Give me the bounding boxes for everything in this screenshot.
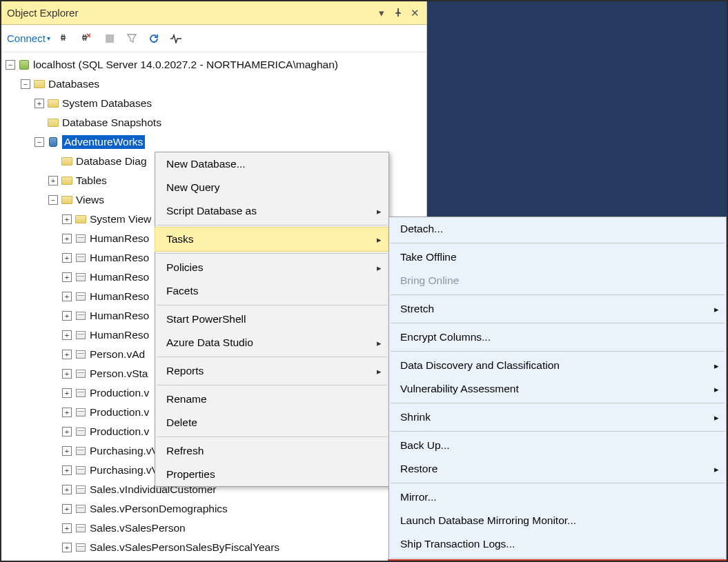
ctx-facets[interactable]: Facets: [155, 279, 388, 303]
disconnect-icon[interactable]: [81, 32, 95, 46]
view-icon: [75, 291, 87, 302]
tasks-submenu: Detach... Take Offline Bring Online Stre…: [388, 217, 727, 562]
view-label: HumanReso: [90, 252, 149, 264]
view-label: Sales.vPersonDemographics: [90, 503, 228, 515]
ctx-reports[interactable]: Reports: [155, 359, 388, 383]
filter-icon[interactable]: [125, 32, 139, 46]
ctx-start-powershell[interactable]: Start PowerShell: [155, 308, 388, 331]
connect-icon[interactable]: [59, 32, 72, 46]
ctx-rename[interactable]: Rename: [155, 388, 388, 411]
task-shrink[interactable]: Shrink: [389, 405, 726, 429]
view-label: Person.vAd: [90, 348, 145, 361]
view-icon: [75, 310, 87, 321]
ctx-new-database[interactable]: New Database...: [155, 152, 388, 176]
expand-icon[interactable]: +: [62, 485, 72, 494]
tree-adventureworks[interactable]: −AdventureWorks: [1, 132, 426, 152]
expand-icon[interactable]: +: [62, 311, 72, 321]
view-icon: [75, 233, 87, 244]
panel-title: Object Explorer: [7, 7, 78, 19]
tree-view-item[interactable]: +Sales.vSalesPerson: [1, 519, 426, 538]
expand-icon[interactable]: +: [62, 292, 72, 301]
expand-icon[interactable]: +: [62, 388, 72, 398]
server-label: localhost (SQL Server 14.0.2027.2 - NORT…: [33, 59, 338, 71]
folder-icon: [33, 79, 46, 90]
views-label: Views: [76, 194, 104, 206]
task-ship-logs[interactable]: Ship Transaction Logs...: [389, 532, 726, 556]
task-data-discovery[interactable]: Data Discovery and Classification: [389, 354, 726, 377]
sysdb-label: System Databases: [62, 97, 152, 110]
expand-icon[interactable]: +: [62, 272, 72, 282]
close-icon[interactable]: ✕: [409, 7, 421, 19]
expand-icon[interactable]: +: [62, 253, 72, 263]
expand-icon[interactable]: +: [62, 408, 72, 417]
view-label: HumanReso: [90, 271, 149, 283]
task-stretch[interactable]: Stretch: [389, 297, 726, 321]
collapse-icon[interactable]: −: [6, 60, 15, 70]
dropdown-icon[interactable]: ▾: [375, 7, 388, 19]
view-label: Sales.vSalesPerson: [90, 522, 186, 534]
sysviews-label: System View: [90, 213, 151, 225]
tree-databases[interactable]: −Databases: [1, 74, 426, 94]
tables-label: Tables: [76, 174, 107, 187]
view-label: HumanReso: [90, 232, 149, 245]
view-icon: [75, 252, 87, 263]
view-label: Production.v: [90, 425, 149, 438]
expand-icon[interactable]: +: [62, 350, 72, 359]
task-take-offline[interactable]: Take Offline: [389, 245, 726, 269]
view-label: Person.vSta: [90, 368, 148, 380]
view-label: HumanReso: [90, 329, 149, 341]
tree-view-item[interactable]: +Sales.vPersonDemographics: [1, 499, 426, 519]
view-icon: [75, 484, 87, 495]
ctx-properties[interactable]: Properties: [155, 463, 388, 486]
ctx-refresh[interactable]: Refresh: [155, 439, 388, 463]
task-mirroring-monitor[interactable]: Launch Database Mirroring Monitor...: [389, 509, 726, 532]
task-mirror[interactable]: Mirror...: [389, 485, 726, 509]
expand-icon[interactable]: +: [62, 369, 72, 379]
tree-view-item[interactable]: +Sales.vSalesPersonSalesByFiscalYears: [1, 538, 426, 557]
expand-icon[interactable]: +: [62, 504, 72, 514]
ctx-delete[interactable]: Delete: [155, 411, 388, 434]
panel-titlebar: Object Explorer ▾ ✕: [1, 1, 426, 25]
view-icon: [75, 445, 87, 456]
expand-icon[interactable]: +: [62, 446, 72, 456]
database-icon: [47, 137, 59, 148]
connect-button[interactable]: Connect ▾: [7, 32, 50, 44]
view-label: HumanReso: [90, 290, 149, 303]
expand-icon[interactable]: +: [62, 543, 72, 552]
ctx-policies[interactable]: Policies: [155, 256, 388, 279]
context-menu: New Database... New Query Script Databas…: [155, 152, 389, 487]
task-backup[interactable]: Back Up...: [389, 434, 726, 457]
expand-icon[interactable]: +: [62, 234, 72, 243]
server-icon: [18, 59, 30, 70]
view-label: Production.v: [90, 387, 149, 399]
task-detach[interactable]: Detach...: [389, 217, 726, 241]
view-icon: [75, 503, 87, 514]
tree-snapshots[interactable]: Database Snapshots: [1, 113, 426, 132]
task-encrypt-columns[interactable]: Encrypt Columns...: [389, 325, 726, 349]
ctx-script-database[interactable]: Script Database as: [155, 199, 388, 223]
refresh-icon[interactable]: [147, 32, 161, 46]
tree-sysdb[interactable]: +System Databases: [1, 94, 426, 113]
ctx-tasks[interactable]: Tasks: [155, 228, 388, 251]
task-vulnerability[interactable]: Vulnerability Assessment: [389, 377, 726, 401]
svg-rect-0: [106, 34, 114, 43]
view-icon: [75, 542, 87, 553]
ctx-new-query[interactable]: New Query: [155, 176, 388, 199]
stop-icon[interactable]: [103, 32, 117, 46]
view-icon: [75, 349, 87, 360]
expand-icon[interactable]: +: [62, 427, 72, 436]
tree-server[interactable]: −localhost (SQL Server 14.0.2027.2 - NOR…: [1, 55, 426, 74]
pin-icon[interactable]: [392, 7, 404, 19]
expand-icon[interactable]: +: [62, 465, 72, 475]
databases-label: Databases: [48, 78, 99, 90]
view-icon: [75, 272, 87, 283]
ctx-azure-data-studio[interactable]: Azure Data Studio: [155, 331, 388, 354]
view-icon: [75, 407, 87, 418]
activity-icon[interactable]: [169, 32, 183, 46]
task-restore[interactable]: Restore: [389, 457, 726, 481]
view-icon: [75, 523, 87, 534]
view-label: Production.v: [90, 406, 149, 419]
view-icon: [75, 368, 87, 379]
expand-icon[interactable]: +: [62, 523, 72, 533]
expand-icon[interactable]: +: [62, 330, 72, 340]
